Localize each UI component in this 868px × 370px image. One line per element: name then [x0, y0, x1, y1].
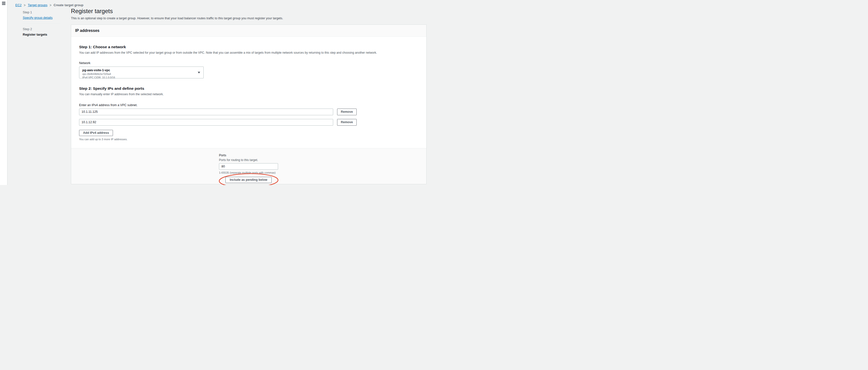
ip-addresses-panel: IP addresses Step 1: Choose a network Yo… — [71, 25, 427, 184]
main-column: Register targets This is an optional ste… — [71, 0, 427, 184]
network-select-vpc-id: vpc-0b4644bfe2a7326a4 — [82, 73, 195, 76]
chevron-right-icon: > — [50, 3, 52, 7]
network-select-cidr: IPv4 VPC CIDR: 10.1.0.0/16 — [82, 76, 195, 79]
ports-hint: 1-65535 (separate multiple ports with co… — [219, 171, 426, 174]
add-ip-hint: You can add up to 3 more IP addresses. — [79, 138, 418, 141]
ipv4-input-label: Enter an IPv4 address from a VPC subnet. — [79, 104, 418, 107]
add-ipv4-address-button[interactable]: Add IPv4 address — [79, 130, 113, 136]
breadcrumb-link-target-groups[interactable]: Target groups — [28, 3, 48, 7]
ports-section: Ports Ports for routing to this target. … — [71, 148, 426, 184]
chevron-right-icon: > — [24, 3, 26, 7]
hamburger-menu-icon[interactable] — [2, 2, 5, 5]
step1-label: Step 1 — [23, 10, 60, 14]
sidebar-item-register-targets: Register targets — [23, 33, 60, 36]
specify-ips-description: You can manually enter IP addresses from… — [79, 92, 418, 96]
remove-ip-button-2[interactable]: Remove — [337, 119, 356, 126]
ports-input[interactable] — [219, 163, 278, 170]
remove-ip-button-1[interactable]: Remove — [337, 109, 356, 115]
specify-ips-heading: Step 2: Specify IPs and define ports — [79, 86, 418, 91]
sidebar-item-specify-group-details[interactable]: Specify group details — [23, 16, 53, 20]
content-area: EC2 > Target groups > Create target grou… — [7, 0, 434, 185]
network-select[interactable]: pg-aws-vsite-1-vpc vpc-0b4644bfe2a7326a4… — [79, 66, 204, 78]
ipv4-address-input-2[interactable] — [79, 119, 333, 126]
include-pending-wrap: Include as pending below — [219, 177, 278, 183]
step2-label: Step 2 — [23, 27, 60, 31]
network-label: Network — [79, 61, 418, 65]
ports-description: Ports for routing to this target. — [219, 158, 426, 162]
panel-title: IP addresses — [71, 25, 426, 37]
panel-body: Step 1: Choose a network You can add IP … — [71, 37, 426, 148]
collapsed-sidebar-strip — [0, 0, 7, 185]
ports-label: Ports — [219, 153, 426, 157]
page-description: This is an optional step to create a tar… — [71, 17, 427, 20]
choose-network-description: You can add IP addresses from the VPC se… — [79, 51, 418, 54]
page-title: Register targets — [71, 8, 427, 15]
add-ip-row: Add IPv4 address — [79, 130, 418, 136]
dropdown-arrow-icon — [198, 72, 200, 74]
include-as-pending-button[interactable]: Include as pending below — [225, 177, 271, 183]
ip-row: Remove — [79, 119, 418, 126]
wizard-steps-nav: Step 1 Specify group details Step 2 Regi… — [23, 10, 60, 36]
ip-row: Remove — [79, 109, 418, 115]
network-select-name: pg-aws-vsite-1-vpc — [82, 68, 195, 72]
choose-network-heading: Step 1: Choose a network — [79, 45, 418, 49]
ipv4-address-input-1[interactable] — [79, 109, 333, 115]
breadcrumb-link-ec2[interactable]: EC2 — [15, 3, 22, 7]
